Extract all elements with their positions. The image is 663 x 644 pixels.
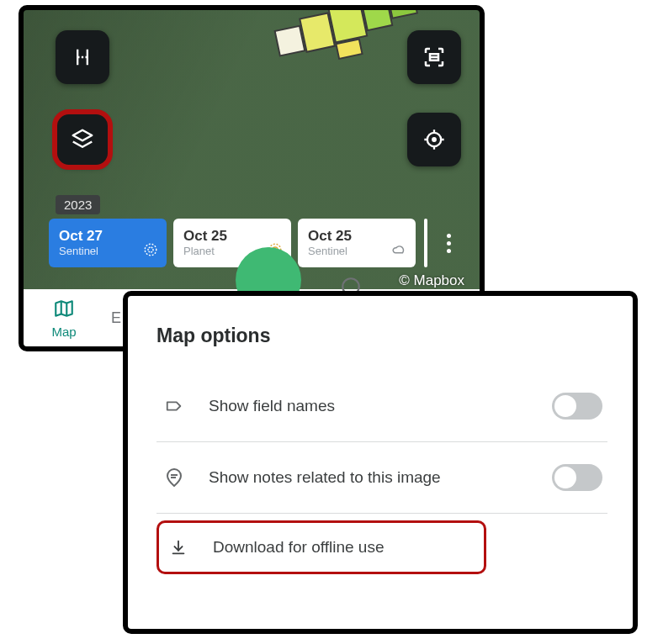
- svg-rect-1: [300, 13, 335, 52]
- nav-map-tab[interactable]: Map: [24, 298, 104, 339]
- measure-distance-button[interactable]: [56, 30, 109, 84]
- svg-point-17: [148, 247, 153, 252]
- measure-distance-icon: [71, 45, 94, 69]
- svg-marker-21: [56, 301, 72, 315]
- option-label: Show notes related to this image: [209, 468, 552, 487]
- toggle-field-names[interactable]: [552, 393, 602, 420]
- layers-button[interactable]: [56, 113, 109, 166]
- nav-cut-label: E: [104, 309, 121, 327]
- option-label: Download for offline use: [213, 538, 474, 557]
- tag-icon: [162, 397, 187, 415]
- date-strip-scroll-indicator: [424, 219, 427, 267]
- download-icon: [166, 538, 191, 557]
- imagery-options-menu-button[interactable]: [439, 219, 458, 267]
- crosshair-icon: [422, 128, 446, 151]
- svg-rect-2: [328, 5, 367, 42]
- option-row-field-names[interactable]: Show field names: [156, 371, 607, 442]
- map-options-panel: Map options Show field names Show notes …: [123, 291, 638, 634]
- option-row-download-offline[interactable]: Download for offline use: [156, 520, 486, 574]
- cloudy-icon: [390, 242, 407, 261]
- svg-point-12: [432, 138, 436, 141]
- map-icon: [53, 298, 75, 323]
- toggle-show-notes[interactable]: [552, 464, 602, 491]
- imagery-date-card[interactable]: Oct 25 Sentinel: [298, 219, 416, 267]
- svg-point-18: [145, 244, 156, 256]
- sunny-icon: [143, 242, 158, 261]
- map-options-title: Map options: [156, 325, 607, 347]
- map-attribution: © Mapbox: [399, 272, 464, 289]
- nav-map-label: Map: [51, 325, 76, 339]
- option-row-show-notes[interactable]: Show notes related to this image: [156, 442, 607, 514]
- note-pin-icon: [162, 467, 187, 488]
- scan-map-icon: [422, 45, 447, 70]
- scan-map-button[interactable]: [407, 30, 461, 84]
- imagery-date-card[interactable]: Oct 27 Sentinel: [49, 219, 167, 267]
- option-label: Show field names: [209, 397, 552, 415]
- layers-icon: [70, 127, 95, 152]
- year-badge: 2023: [56, 195, 100, 214]
- locate-me-button[interactable]: [407, 113, 461, 166]
- svg-rect-0: [275, 26, 305, 56]
- svg-marker-9: [73, 130, 93, 141]
